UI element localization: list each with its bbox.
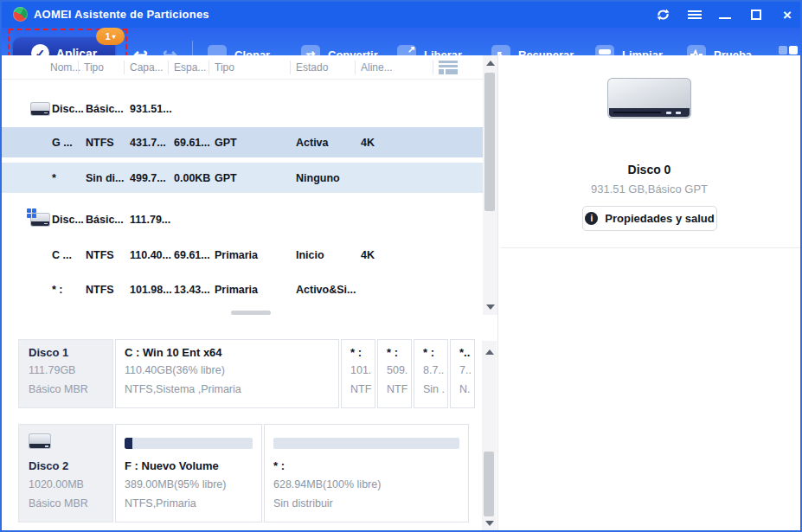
capacity-bar — [125, 438, 253, 449]
scroll-down-arrow[interactable] — [486, 304, 495, 310]
scroll-up-arrow[interactable] — [486, 61, 495, 66]
disk-detail-panel: Disco 0 931.51 GB,Básico GPT i Propiedad… — [498, 55, 800, 480]
disk2-partition-f[interactable]: F : Nuevo Volume 389.00MB(95% libre) NTF… — [115, 424, 262, 522]
col-tipo-tabla[interactable]: Tipo — [215, 61, 234, 74]
info-icon: i — [585, 212, 598, 225]
disk2-label[interactable]: Disco 2 1020.00MB Básico MBR — [18, 424, 113, 522]
scroll-thumb[interactable] — [484, 73, 495, 211]
col-capacidad[interactable]: Capa... — [130, 61, 164, 74]
table-row-unallocated-disk0[interactable]: * Sin di... 499.7... 0.00KB GPT Ninguno — [2, 163, 483, 193]
detail-disk-name: Disco 0 — [498, 163, 800, 176]
hdd-icon — [29, 433, 51, 449]
titlebar: AOMEI Asistente de Particiones × — [2, 2, 800, 28]
disk1-label[interactable]: Disco 1 111.79GB Básico MBR — [18, 339, 113, 408]
disk1-partition-c[interactable]: C : Win 10 Ent x64 110.40GB(36% libre) N… — [115, 339, 339, 408]
col-espacio[interactable]: Espa... — [174, 61, 206, 74]
overview-scrollbar[interactable] — [482, 341, 497, 532]
close-button[interactable]: × — [777, 5, 798, 24]
capacity-bar — [273, 438, 459, 449]
hdd-icon — [30, 102, 50, 116]
disk1-partition-small-2[interactable]: * : 509.... NTF... — [377, 339, 412, 408]
windows-logo-icon — [27, 208, 38, 220]
disk1-partition-small-1[interactable]: * : 101.... NTF... — [341, 339, 375, 408]
disk-overview: Disco 1 111.79GB Básico MBR C : Win 10 E… — [2, 315, 497, 532]
detail-divider — [500, 247, 800, 248]
refresh-icon[interactable] — [652, 5, 673, 24]
disk1-partition-small-3[interactable]: * : 8.7... Sin ... — [414, 339, 448, 408]
scroll-up-arrow[interactable] — [485, 349, 494, 355]
window-title: AOMEI Asistente de Particiones — [34, 8, 209, 21]
table-row-partition-c[interactable]: C ... NTFS 110.40... 69.61... Primaria I… — [2, 240, 483, 270]
table-header: Nom... Tipo Capa... Espa... Tipo Estado … — [2, 55, 497, 80]
maximize-button[interactable] — [746, 5, 767, 24]
scroll-thumb[interactable] — [484, 452, 494, 516]
properties-health-button[interactable]: i Propiedades y salud — [582, 206, 717, 231]
app-logo-icon — [13, 7, 28, 22]
table-row-partition-g[interactable]: G ... NTFS 431.7... 69.61... GPT Activa … — [2, 127, 483, 157]
app-window: AOMEI Asistente de Particiones × ✓ Aplic… — [0, 0, 802, 532]
list-view-icon[interactable] — [439, 61, 458, 74]
table-row-partition-recovery[interactable]: * : NTFS 101.98... 13.43... Primaria Act… — [2, 274, 483, 304]
hdd-large-icon — [607, 78, 691, 119]
detail-disk-meta: 931.51 GB,Básico GPT — [498, 183, 800, 195]
disk1-partition-small-4[interactable]: *... 7.. N... — [450, 339, 475, 408]
pending-operations-badge[interactable]: 1▾ — [96, 28, 125, 45]
table-row-disk1[interactable]: Disc... Básic... 111.79... — [2, 204, 483, 234]
col-alineacion[interactable]: Aline... — [361, 61, 393, 74]
col-tipo-fs[interactable]: Tipo — [84, 61, 104, 74]
table-row-disk0[interactable]: Disc... Básic... 931.51... — [2, 93, 483, 124]
chevron-down-icon: ▾ — [112, 33, 116, 41]
partition-table: Nom... Tipo Capa... Espa... Tipo Estado … — [2, 55, 497, 315]
system-hdd-icon — [30, 213, 50, 227]
menu-icon[interactable] — [684, 5, 705, 24]
minimize-button[interactable] — [715, 5, 735, 24]
disk2-unallocated[interactable]: * : 628.94MB(100% libre) Sin distribuir — [264, 424, 469, 522]
scroll-down-arrow[interactable] — [485, 521, 494, 526]
col-nombre[interactable]: Nom... — [50, 61, 80, 74]
col-estado[interactable]: Estado — [296, 61, 328, 74]
table-scrollbar[interactable] — [483, 55, 497, 315]
